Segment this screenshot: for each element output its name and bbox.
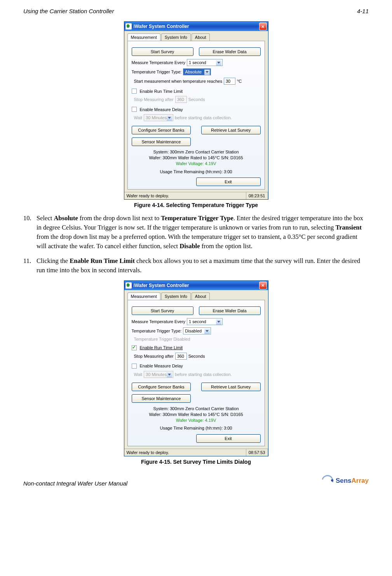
chevron-down-icon [168,374,171,376]
erase-wafer-data-button[interactable]: Erase Wafer Data [199,47,261,56]
measure-every-label: Measure Temperature Every [132,60,186,65]
stop-after-input: 360 [175,96,187,103]
stop-after-label: Stop Measuring after [134,354,174,358]
logo-swoosh-icon [319,473,335,489]
window-title: iWafer System Controller [134,24,259,29]
trigger-reach-label: Start measurement when temperature reach… [134,79,222,84]
enable-measure-delay-label: Enable Measure Delay [140,364,183,368]
status-time: 08:57:53 [246,449,268,456]
measure-interval-select[interactable]: 1 second [187,318,223,325]
figure-4-15-screenshot: iWafer System Controller × Measurement S… [23,280,369,456]
trigger-type-select[interactable]: Disabled [183,327,211,334]
exit-button[interactable]: Exit [196,434,261,443]
retrieve-last-survey-button[interactable]: Retrieve Last Survey [201,383,261,391]
sensor-maintenance-button[interactable]: Sensor Maintenance [132,394,191,403]
trigger-disabled-label: Temperature Trigger Disabled [134,337,190,341]
chevron-down-icon [206,330,209,332]
trigger-unit-label: °C [237,79,242,84]
usage-time: Usage Time Remaining (hh:mm): 3:00 [132,169,261,175]
page-header-left: Using the Carrier Station Controller [23,8,114,14]
tab-measurement[interactable]: Measurement [127,33,160,41]
sensarray-logo: SensArray [322,475,369,487]
tab-about[interactable]: About [192,292,210,300]
trigger-type-label: Temperature Trigger Type: [132,329,182,333]
stop-after-label: Stop Measuring after [134,97,174,102]
wait-label: Wait [134,115,143,120]
figure-4-14-caption: Figure 4-14. Selecting Temperature Trigg… [23,202,369,208]
chevron-down-icon [217,321,220,323]
tab-system-info[interactable]: System Info [161,292,191,300]
step-10-number: 10. [23,214,37,251]
status-text: Wafer ready to deploy. [124,192,246,199]
step-10-text: Select Absolute from the drop down list … [37,214,369,251]
wait-value: 30 Minutes [146,115,167,120]
page-header-right: 4-11 [357,8,369,14]
trigger-type-label: Temperature Trigger Type: [132,70,182,74]
retrieve-last-survey-button[interactable]: Retrieve Last Survey [201,126,261,134]
wafer-voltage: Wafer Voltage: 4.19V [132,161,261,167]
trigger-type-value: Disabled [185,329,202,333]
enable-run-time-limit-label: Enable Run Time Limit [140,89,183,94]
enable-measure-delay-checkbox[interactable] [132,107,137,112]
stop-after-unit: Seconds [188,97,205,102]
erase-wafer-data-button[interactable]: Erase Wafer Data [199,306,261,315]
wait-tail-label: before starting data collection. [175,372,232,377]
enable-run-time-limit-checkbox[interactable] [132,345,137,350]
system-line: System: 300mm Zero Contact Carrier Stati… [132,406,261,412]
tab-system-info[interactable]: System Info [161,33,191,41]
tab-about[interactable]: About [192,33,210,41]
usage-time: Usage Time Remaining (hh:mm): 3:00 [132,425,261,431]
wait-label: Wait [134,372,143,377]
chevron-down-icon [217,62,220,64]
window-titlebar: iWafer System Controller × [124,22,268,31]
measure-interval-value: 1 second [189,319,206,324]
measure-interval-select[interactable]: 1 second [187,59,223,66]
chevron-down-icon [206,71,209,73]
footer-manual-title: Non-contact Integral Wafer User Manual [23,480,127,487]
exit-button[interactable]: Exit [196,177,261,186]
enable-run-time-limit-checkbox[interactable] [132,89,137,94]
configure-sensor-banks-button[interactable]: Configure Sensor Banks [132,383,191,391]
wafer-line: Wafer: 300mm Wafer Rated to 145°C S/N: D… [132,412,261,418]
enable-measure-delay-label: Enable Measure Delay [140,107,183,112]
wafer-line: Wafer: 300mm Wafer Rated to 145°C S/N: D… [132,155,261,161]
start-survey-button[interactable]: Start Survey [132,47,193,56]
window-titlebar: iWafer System Controller × [124,281,268,290]
wait-select: 30 Minutes [144,371,173,378]
status-time: 08:23:51 [246,192,268,199]
close-icon[interactable]: × [259,282,267,289]
trigger-type-value: Absolute [185,70,202,74]
close-icon[interactable]: × [259,23,267,30]
app-icon [125,282,132,289]
start-survey-button[interactable]: Start Survey [132,306,193,315]
enable-run-time-limit-label: Enable Run Time Limit [140,345,183,350]
wait-value: 30 Minutes [146,372,167,377]
measure-interval-value: 1 second [189,60,206,65]
step-11-text: Clicking the Enable Run Time Limit check… [37,256,369,275]
enable-measure-delay-checkbox[interactable] [132,364,137,369]
wait-tail-label: before starting data collection. [175,115,232,120]
figure-4-14-screenshot: iWafer System Controller × Measurement S… [23,21,369,200]
trigger-type-select[interactable]: Absolute [183,68,211,75]
system-line: System: 300mm Zero Contact Carrier Stati… [132,149,261,155]
trigger-temp-input[interactable]: 30 [224,78,235,85]
window-title: iWafer System Controller [134,283,259,288]
step-11-number: 11. [23,256,37,275]
status-text: Wafer ready to deploy. [124,449,246,456]
stop-after-unit: Seconds [188,354,205,358]
chevron-down-icon [168,117,171,119]
app-icon [125,23,132,30]
wafer-voltage: Wafer Voltage: 4.19V [132,418,261,423]
measure-every-label: Measure Temperature Every [132,319,186,324]
figure-4-15-caption: Figure 4-15. Set Survey Time Limits Dial… [23,459,369,465]
configure-sensor-banks-button[interactable]: Configure Sensor Banks [132,126,191,134]
sensor-maintenance-button[interactable]: Sensor Maintenance [132,137,191,146]
wait-select: 30 Minutes [144,114,173,121]
stop-after-input[interactable]: 360 [175,353,187,360]
tab-measurement[interactable]: Measurement [127,292,160,300]
